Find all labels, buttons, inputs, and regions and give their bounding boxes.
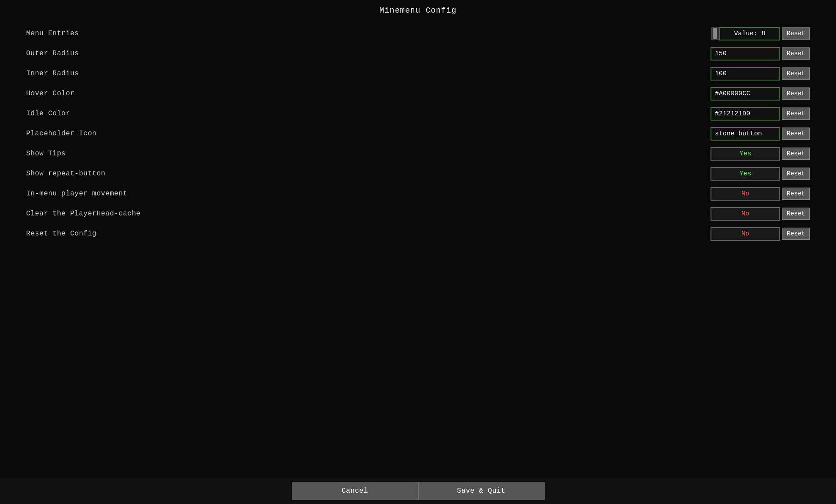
reset-btn-reset-config[interactable]: Reset (782, 228, 810, 240)
config-row-show-repeat-button: Show repeat-buttonYesReset (0, 164, 836, 184)
toggle-show-tips[interactable]: Yes (711, 147, 780, 161)
control-reset-config: NoReset (711, 227, 810, 241)
config-row-show-tips: Show TipsYesReset (0, 144, 836, 164)
title-bar: Minemenu Config (0, 0, 836, 19)
control-menu-entries: Value: 8Reset (711, 27, 810, 40)
control-inner-radius: 100Reset (711, 67, 810, 81)
control-show-repeat-button: YesReset (711, 167, 810, 181)
toggle-clear-playerhead-cache[interactable]: No (711, 207, 780, 221)
control-idle-color: #212121D0Reset (711, 107, 810, 121)
input-idle-color[interactable]: #212121D0 (711, 107, 780, 121)
label-clear-playerhead-cache: Clear the PlayerHead-cache (26, 210, 711, 218)
input-inner-radius[interactable]: 100 (711, 67, 780, 81)
control-placeholder-icon: stone_buttonReset (711, 127, 810, 141)
value-display-menu-entries: Value: 8 (719, 27, 780, 40)
config-row-in-menu-player-movement: In-menu player movementNoReset (0, 184, 836, 204)
label-idle-color: Idle Color (26, 110, 711, 118)
config-row-placeholder-icon: Placeholder Iconstone_buttonReset (0, 124, 836, 144)
control-show-tips: YesReset (711, 147, 810, 161)
bottom-bar: Cancel Save & Quit (0, 478, 836, 504)
label-placeholder-icon: Placeholder Icon (26, 130, 711, 138)
control-in-menu-player-movement: NoReset (711, 187, 810, 201)
control-outer-radius: 150Reset (711, 47, 810, 60)
toggle-reset-config[interactable]: No (711, 227, 780, 241)
control-hover-color: #A00000CCReset (711, 87, 810, 101)
label-inner-radius: Inner Radius (26, 70, 711, 77)
reset-btn-menu-entries[interactable]: Reset (782, 27, 810, 40)
label-menu-entries: Menu Entries (26, 30, 711, 37)
label-hover-color: Hover Color (26, 90, 711, 97)
config-row-reset-config: Reset the ConfigNoReset (0, 224, 836, 244)
config-row-inner-radius: Inner Radius100Reset (0, 64, 836, 84)
slider-thumb (713, 28, 717, 39)
input-hover-color[interactable]: #A00000CC (711, 87, 780, 101)
label-show-repeat-button: Show repeat-button (26, 170, 711, 178)
label-reset-config: Reset the Config (26, 230, 711, 238)
config-row-menu-entries: Menu EntriesValue: 8Reset (0, 24, 836, 44)
label-outer-radius: Outer Radius (26, 50, 711, 57)
reset-btn-show-repeat-button[interactable]: Reset (782, 168, 810, 180)
cancel-button[interactable]: Cancel (292, 482, 418, 500)
reset-btn-clear-playerhead-cache[interactable]: Reset (782, 208, 810, 220)
slider-wrapper: Value: 8 (711, 27, 780, 40)
reset-btn-placeholder-icon[interactable]: Reset (782, 128, 810, 140)
input-placeholder-icon[interactable]: stone_button (711, 127, 780, 141)
reset-btn-show-tips[interactable]: Reset (782, 148, 810, 160)
config-row-clear-playerhead-cache: Clear the PlayerHead-cacheNoReset (0, 204, 836, 224)
config-row-outer-radius: Outer Radius150Reset (0, 44, 836, 64)
reset-btn-hover-color[interactable]: Reset (782, 87, 810, 100)
reset-btn-idle-color[interactable]: Reset (782, 108, 810, 120)
label-in-menu-player-movement: In-menu player movement (26, 190, 711, 198)
config-row-idle-color: Idle Color#212121D0Reset (0, 104, 836, 124)
toggle-show-repeat-button[interactable]: Yes (711, 167, 780, 181)
slider-bar[interactable] (711, 27, 719, 40)
save-quit-button[interactable]: Save & Quit (418, 482, 545, 500)
input-outer-radius[interactable]: 150 (711, 47, 780, 60)
config-row-hover-color: Hover Color#A00000CCReset (0, 84, 836, 104)
toggle-in-menu-player-movement[interactable]: No (711, 187, 780, 201)
title-text: Minemenu Config (379, 6, 457, 15)
config-area: Menu EntriesValue: 8ResetOuter Radius150… (0, 19, 836, 248)
reset-btn-outer-radius[interactable]: Reset (782, 47, 810, 60)
control-clear-playerhead-cache: NoReset (711, 207, 810, 221)
reset-btn-in-menu-player-movement[interactable]: Reset (782, 188, 810, 200)
label-show-tips: Show Tips (26, 150, 711, 158)
reset-btn-inner-radius[interactable]: Reset (782, 67, 810, 80)
